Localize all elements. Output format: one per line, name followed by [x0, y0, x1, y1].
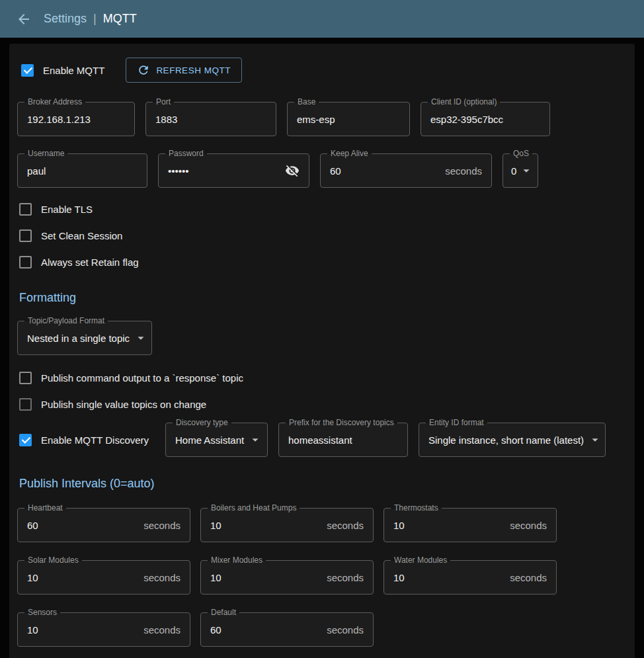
client-id-field[interactable]: Client ID (optional) esp32-395c7bcc [421, 102, 550, 136]
mixer-interval-field[interactable]: Mixer Modules 10 seconds [200, 560, 374, 595]
checkbox-icon [19, 398, 32, 411]
enable-mqtt-discovery-checkbox[interactable]: Enable MQTT Discovery [17, 427, 155, 453]
field-value: Home Assistant [175, 434, 244, 446]
field-suffix: seconds [510, 572, 547, 583]
field-value: 1883 [155, 114, 177, 125]
field-label: Thermostats [391, 503, 442, 513]
field-label: Sensors [24, 607, 60, 618]
field-label: Port [153, 97, 174, 107]
field-value: 192.168.1.213 [27, 114, 91, 125]
checkbox-label: Enable MQTT Discovery [41, 434, 149, 446]
clean-session-checkbox[interactable]: Set Clean Session [17, 222, 627, 249]
discovery-row: Enable MQTT Discovery Discovery type Hom… [17, 423, 627, 457]
field-label: Password [165, 148, 207, 159]
field-value: 60 [27, 520, 38, 531]
refresh-mqtt-button[interactable]: REFRESH MQTT [126, 58, 242, 83]
field-suffix: seconds [327, 624, 364, 636]
heartbeat-interval-field[interactable]: Heartbeat 60 seconds [17, 508, 190, 542]
publish-response-checkbox[interactable]: Publish command output to a `response` t… [17, 364, 627, 391]
password-field[interactable]: Password •••••• [158, 153, 309, 188]
default-interval-field[interactable]: Default 60 seconds [200, 612, 374, 647]
checkbox-label: Publish single value topics on change [41, 399, 206, 410]
entity-id-format-select[interactable]: Entity ID format Single instance, short … [419, 423, 606, 457]
page-body: Enable MQTT REFRESH MQTT Broker Address … [0, 38, 644, 658]
field-label: QoS [510, 148, 532, 159]
qos-select[interactable]: QoS 0 [503, 153, 538, 188]
field-label: Base [294, 97, 319, 107]
field-suffix: seconds [445, 165, 482, 177]
field-label: Heartbeat [24, 503, 66, 513]
field-value: 10 [27, 624, 38, 636]
field-label: Boilers and Heat Pumps [208, 503, 300, 513]
chevron-down-icon [588, 432, 602, 447]
top-row: Enable MQTT REFRESH MQTT [17, 57, 627, 83]
field-suffix: seconds [510, 520, 547, 531]
field-label: Broker Address [24, 97, 85, 107]
breadcrumb-settings[interactable]: Settings [44, 12, 87, 26]
discovery-type-select[interactable]: Discovery type Home Assistant [165, 423, 268, 457]
keep-alive-field[interactable]: Keep Alive 60 seconds [320, 153, 492, 188]
water-interval-field[interactable]: Water Modules 10 seconds [383, 560, 557, 595]
field-label: Client ID (optional) [428, 97, 500, 107]
publish-single-value-checkbox[interactable]: Publish single value topics on change [17, 391, 627, 417]
field-label: Default [208, 607, 239, 618]
field-value: 60 [210, 624, 221, 636]
app-header: Settings | MQTT [0, 0, 644, 38]
breadcrumb-separator: | [93, 12, 97, 26]
checkbox-icon [19, 229, 32, 242]
connection-checkboxes: Enable TLS Set Clean Session Always set … [17, 196, 627, 275]
checkbox-label: Always set Retain flag [41, 257, 139, 268]
field-value: 60 [330, 165, 341, 177]
port-field[interactable]: Port 1883 [145, 102, 276, 136]
field-label: Mixer Modules [208, 555, 266, 565]
field-label: Water Modules [391, 555, 450, 565]
checkbox-label: Set Clean Session [41, 230, 122, 241]
discovery-prefix-field[interactable]: Prefix for the Discovery topics homeassi… [278, 423, 408, 457]
thermostats-interval-field[interactable]: Thermostats 10 seconds [383, 508, 557, 542]
checkbox-icon [19, 256, 32, 268]
username-field[interactable]: Username paul [17, 153, 147, 188]
field-suffix: seconds [327, 520, 364, 531]
connection-row-1: Broker Address 192.168.1.213 Port 1883 B… [17, 102, 627, 136]
field-value: ems-esp [297, 114, 335, 125]
field-suffix: seconds [143, 520, 181, 531]
visibility-off-icon[interactable] [285, 163, 300, 178]
enable-mqtt-checkbox[interactable]: Enable MQTT [19, 57, 104, 83]
field-label: Solar Modules [24, 555, 82, 565]
broker-address-field[interactable]: Broker Address 192.168.1.213 [17, 102, 135, 136]
arrow-back-icon [16, 11, 32, 27]
sensors-interval-field[interactable]: Sensors 10 seconds [17, 612, 190, 647]
page-title: MQTT [103, 12, 137, 26]
field-value: 0 [511, 165, 516, 177]
field-value: •••••• [168, 165, 189, 177]
topic-payload-format-select[interactable]: Topic/Payload Format Nested in a single … [17, 321, 152, 355]
field-label: Topic/Payload Format [24, 315, 108, 326]
formatting-heading: Formatting [17, 291, 627, 305]
back-button[interactable] [11, 6, 37, 32]
checkbox-label: Enable MQTT [43, 65, 104, 76]
field-suffix: seconds [327, 572, 364, 583]
field-label: Prefix for the Discovery topics [286, 417, 397, 428]
solar-interval-field[interactable]: Solar Modules 10 seconds [17, 560, 190, 595]
chevron-down-icon [519, 163, 534, 178]
field-value: 10 [210, 572, 221, 583]
chevron-down-icon [248, 432, 262, 447]
field-value: 10 [210, 520, 221, 531]
field-value: Nested in a single topic [27, 333, 130, 344]
refresh-button-label: REFRESH MQTT [156, 65, 231, 75]
field-label: Discovery type [173, 417, 231, 428]
checkbox-label: Publish command output to a `response` t… [41, 372, 243, 384]
field-value: Single instance, short name (latest) [428, 434, 584, 446]
chevron-down-icon [134, 331, 148, 345]
base-field[interactable]: Base ems-esp [287, 102, 410, 136]
checkbox-icon [21, 64, 34, 77]
settings-card: Enable MQTT REFRESH MQTT Broker Address … [9, 44, 635, 658]
checkbox-icon [19, 434, 32, 446]
retain-flag-checkbox[interactable]: Always set Retain flag [17, 249, 627, 275]
formatting-checkboxes: Publish command output to a `response` t… [17, 364, 627, 417]
refresh-icon [137, 63, 150, 77]
field-label: Entity ID format [426, 417, 487, 428]
enable-tls-checkbox[interactable]: Enable TLS [17, 196, 627, 222]
boilers-interval-field[interactable]: Boilers and Heat Pumps 10 seconds [200, 508, 374, 542]
field-label: Username [24, 148, 67, 159]
